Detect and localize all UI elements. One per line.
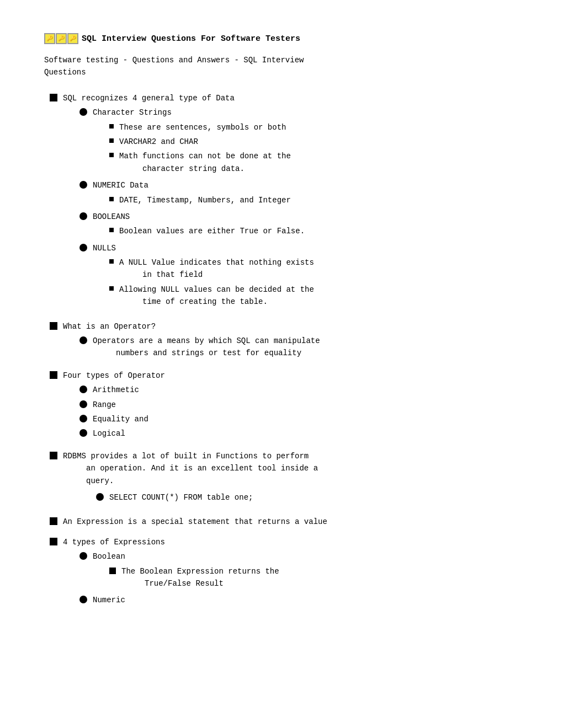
bullet-small-square-icon bbox=[109, 124, 114, 129]
l1-text-4-types-expr: 4 types of Expressions bbox=[63, 538, 165, 547]
bullet-small-square-icon bbox=[109, 138, 114, 143]
bullet-square-icon bbox=[50, 322, 57, 330]
l3-list-booleans: Boolean values are either True or False. bbox=[109, 225, 519, 237]
l3-item-math: Math functions can not be done at the ch… bbox=[109, 150, 519, 175]
bullet-circle-icon bbox=[79, 244, 87, 251]
code-block: SELECT COUNT(*) FROM table one; bbox=[96, 491, 519, 504]
bullet-square-icon bbox=[50, 94, 57, 101]
code-text: SELECT COUNT(*) FROM table one; bbox=[109, 491, 519, 504]
bullet-circle-icon bbox=[79, 181, 87, 189]
l3-text-null-value: A NULL Value indicates that nothing exis… bbox=[119, 256, 519, 281]
l1-item-expression: An Expression is a special statement tha… bbox=[50, 516, 519, 528]
title-text: SQL Interview Questions For Software Tes… bbox=[82, 34, 300, 44]
l3-item-null-allowing: Allowing NULL values can be decided at t… bbox=[109, 283, 519, 308]
l2-item-range: Range bbox=[79, 399, 519, 411]
section-6: 4 types of Expressions Boolean The bbox=[50, 536, 519, 609]
l3-list-char: These are sentences, symbols or both VAR… bbox=[109, 121, 519, 175]
l3-item-bool-expr: The Boolean Expression returns the True/… bbox=[109, 565, 519, 590]
bullet-circle-icon bbox=[79, 212, 87, 220]
l1-text-operator-q: What is an Operator? bbox=[63, 322, 156, 331]
icon-3: 🔑 bbox=[67, 33, 78, 44]
subtitle: Software testing - Questions and Answers… bbox=[44, 54, 519, 79]
l2-item-char-strings: Character Strings These are sentences, s… bbox=[79, 106, 519, 177]
l3-text-varchar: VARCHAR2 and CHAR bbox=[119, 136, 519, 148]
l3-item-sentences: These are sentences, symbols or both bbox=[109, 121, 519, 133]
l2-text-arithmetic: Arithmetic bbox=[93, 384, 519, 396]
l1-item-operator-q: What is an Operator? Operators are a mea… bbox=[50, 320, 519, 362]
l2-text-char-strings: Character Strings bbox=[93, 108, 172, 117]
l2-list-operator-types: Arithmetic Range Equality and bbox=[79, 384, 519, 440]
l3-list-boolean: The Boolean Expression returns the True/… bbox=[109, 565, 519, 590]
bullet-circle-icon bbox=[79, 429, 87, 437]
title-icons: 🔑🔑🔑 bbox=[44, 33, 78, 44]
l3-item-date: DATE, Timestamp, Numbers, and Integer bbox=[109, 194, 519, 206]
l2-text-numeric-expr: Numeric bbox=[93, 594, 519, 606]
l2-item-numeric: Numeric bbox=[79, 594, 519, 606]
bullet-small-square-icon bbox=[109, 153, 114, 157]
l3-item-null-value: A NULL Value indicates that nothing exis… bbox=[109, 256, 519, 281]
section-5: An Expression is a special statement tha… bbox=[50, 516, 519, 528]
bullet-small-square-icon bbox=[109, 286, 114, 291]
l2-list-operator: Operators are a means by which SQL can m… bbox=[79, 335, 519, 360]
l1-item-4-types-expr: 4 types of Expressions Boolean The bbox=[50, 536, 519, 609]
bullet-circle-icon bbox=[79, 552, 87, 560]
l2-item-boolean: Boolean The Boolean Expression returns t… bbox=[79, 550, 519, 592]
bullet-circle-icon bbox=[79, 336, 87, 344]
bullet-square-icon bbox=[50, 371, 57, 379]
subtitle-line2: Questions bbox=[44, 68, 86, 77]
page-container: 🔑🔑🔑 SQL Interview Questions For Software… bbox=[44, 33, 519, 609]
section-2: What is an Operator? Operators are a mea… bbox=[50, 320, 519, 362]
page-title: 🔑🔑🔑 SQL Interview Questions For Software… bbox=[44, 33, 519, 44]
bullet-small-square-icon bbox=[109, 197, 114, 201]
l3-text-date: DATE, Timestamp, Numbers, and Integer bbox=[119, 194, 519, 206]
l2-text-nulls: NULLS bbox=[93, 244, 116, 253]
bullet-small-square-icon bbox=[109, 228, 114, 232]
l1-text-rdbms: RDBMS provides a lot of built in Functio… bbox=[63, 452, 318, 485]
l3-list-numeric: DATE, Timestamp, Numbers, and Integer bbox=[109, 194, 519, 206]
l3-text-null-allowing: Allowing NULL values can be decided at t… bbox=[119, 283, 519, 308]
main-content: SQL recognizes 4 general type of Data Ch… bbox=[50, 92, 519, 609]
bullet-circle-icon bbox=[79, 108, 87, 116]
bullet-circle-icon bbox=[79, 596, 87, 603]
l1-item-four-types: Four types of Operator Arithmetic Range bbox=[50, 370, 519, 442]
l2-text-equality: Equality and bbox=[93, 413, 519, 425]
l2-item-operators-means: Operators are a means by which SQL can m… bbox=[79, 335, 519, 360]
bullet-square-icon bbox=[109, 568, 116, 574]
l2-item-logical: Logical bbox=[79, 427, 519, 440]
l2-text-numeric: NUMERIC Data bbox=[93, 181, 148, 190]
bullet-square-icon bbox=[50, 538, 57, 545]
bullet-circle-icon bbox=[79, 386, 87, 393]
bullet-square-icon bbox=[50, 517, 57, 525]
l2-item-nulls: NULLS A NULL Value indicates that nothin… bbox=[79, 242, 519, 311]
section-4: RDBMS provides a lot of built in Functio… bbox=[50, 450, 519, 508]
l2-list-expressions: Boolean The Boolean Expression returns t… bbox=[79, 550, 519, 607]
l2-text-boolean: Boolean bbox=[93, 552, 125, 561]
l2-text-range: Range bbox=[93, 399, 519, 411]
icon-2: 🔑 bbox=[56, 33, 67, 44]
l1-text-sql-types: SQL recognizes 4 general type of Data bbox=[63, 94, 235, 103]
section-1: SQL recognizes 4 general type of Data Ch… bbox=[50, 92, 519, 313]
subtitle-line1: Software testing - Questions and Answers… bbox=[44, 56, 304, 65]
l3-text-sentences: These are sentences, symbols or both bbox=[119, 121, 519, 133]
l2-item-booleans: BOOLEANS Boolean values are either True … bbox=[79, 211, 519, 240]
l1-item-rdbms: RDBMS provides a lot of built in Functio… bbox=[50, 450, 519, 508]
l3-item-bool-values: Boolean values are either True or False. bbox=[109, 225, 519, 237]
l2-item-numeric: NUMERIC Data DATE, Timestamp, Numbers, a… bbox=[79, 179, 519, 208]
bullet-circle-icon bbox=[96, 493, 104, 501]
l2-text-operators-means: Operators are a means by which SQL can m… bbox=[93, 335, 519, 360]
l3-text-math: Math functions can not be done at the ch… bbox=[119, 150, 519, 175]
l3-text-bool-expr: The Boolean Expression returns the True/… bbox=[121, 565, 519, 590]
l1-text-expression: An Expression is a special statement tha… bbox=[63, 517, 327, 526]
l2-list-data-types: Character Strings These are sentences, s… bbox=[79, 106, 519, 310]
bullet-circle-icon bbox=[79, 415, 87, 422]
l3-item-varchar: VARCHAR2 and CHAR bbox=[109, 136, 519, 148]
l2-text-booleans: BOOLEANS bbox=[93, 212, 130, 221]
l2-item-equality: Equality and bbox=[79, 413, 519, 425]
bullet-small-square-icon bbox=[109, 259, 114, 264]
section-3: Four types of Operator Arithmetic Range bbox=[50, 370, 519, 442]
l3-list-nulls: A NULL Value indicates that nothing exis… bbox=[109, 256, 519, 308]
l3-text-bool-values: Boolean values are either True or False. bbox=[119, 225, 519, 237]
l2-text-logical: Logical bbox=[93, 427, 519, 440]
bullet-circle-icon bbox=[79, 400, 87, 408]
icon-1: 🔑 bbox=[44, 33, 55, 44]
